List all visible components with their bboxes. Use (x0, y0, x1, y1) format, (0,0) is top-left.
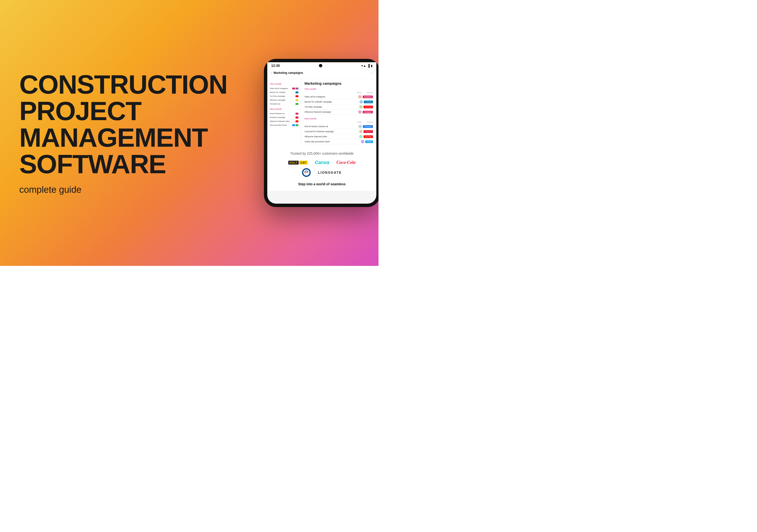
list-item: Pinterest campaign (270, 115, 298, 119)
this-month-campaigns: Video ad for Instagram Instagram Banner … (304, 94, 373, 114)
channel-badge: Instagram (363, 111, 373, 113)
main-title: CONSTRUCTION PROJECT MANAGEMENT SOFTWARE (19, 71, 227, 177)
phone-signal-icons: ▾▲ ▐ ▮ (361, 64, 373, 68)
phone-screen: ‹ Marketing campaigns ··· This month (267, 69, 376, 203)
table-row: Carousel for Pinterest campaign Pinteres… (304, 129, 373, 134)
right-content: 12:30 ▾▲ ▐ ▮ ‹ Marketing campaigns (237, 59, 378, 207)
signal-icon: ▐ (367, 64, 370, 68)
avatar (358, 125, 362, 128)
cocacola-logo: Coca-Cola (337, 160, 355, 165)
more-options-button[interactable]: ··· (370, 71, 373, 75)
list-item: YouTube campaign (270, 94, 298, 98)
subtitle: complete guide (19, 185, 227, 195)
channel-col-header: Channel (367, 92, 373, 93)
list-item: Influencer featured video (270, 119, 298, 123)
holtcat-logo: HOLT CAT (288, 161, 308, 165)
sidebar-next-month-list: End-of-Season ad Pinterest campaign (270, 112, 298, 127)
title-line-4: SOFTWARE (19, 151, 227, 177)
avatar (359, 130, 363, 133)
channel-badge: Facebook (363, 125, 373, 128)
channel-badge: Pinterest (364, 130, 373, 133)
owner-col-header-2: Owner (357, 121, 362, 123)
phone-mockup: 12:30 ▾▲ ▐ ▮ ‹ Marketing campaigns (264, 59, 378, 207)
list-item: Banner for LinkedIn (270, 90, 298, 94)
phone-status-bar: 12:30 ▾▲ ▐ ▮ (267, 62, 376, 69)
table-row: Influencer featured campaign Instagram (304, 110, 373, 114)
battery-icon: ▮ (371, 64, 373, 68)
title-line-1: CONSTRUCTION (19, 71, 227, 98)
sidebar-this-month-label: This month (270, 83, 298, 85)
back-button[interactable]: ‹ (271, 72, 272, 74)
phone-camera (319, 64, 322, 67)
list-item: Facebook ad (270, 102, 298, 106)
avatar (358, 95, 362, 98)
left-content: CONSTRUCTION PROJECT MANAGEMENT SOFTWARE… (19, 71, 237, 195)
table-row: Banner for LinkedIn campaign LinkedIn (304, 99, 373, 105)
app-nav: ‹ Marketing campaigns ··· (271, 71, 373, 75)
lionsgate-logo: LIONSGATE (318, 171, 342, 174)
owner-col-header: Owner (357, 92, 362, 93)
sidebar-next-month-label: Next month (270, 108, 298, 110)
app-content: ‹ Marketing campaigns ··· This month (267, 69, 376, 203)
this-month-label: This month (304, 88, 373, 90)
list-item: Video ad for Instagram (270, 87, 298, 90)
channel-badge: Twitter (365, 141, 373, 143)
table-row: Video ad for Instagram Instagram (304, 94, 373, 99)
list-item: Sale promoted Tweet (270, 123, 298, 127)
avatar (359, 135, 363, 138)
campaigns-layout: This month Video ad for Instagram (267, 79, 376, 147)
wifi-icon: ▾▲ (361, 64, 366, 68)
channel-badge: YouTube (364, 106, 373, 108)
table-header-next: Owner Channel (304, 121, 373, 123)
list-item: End-of-Season ad (270, 112, 298, 115)
table-row: Yearly sale promoted Tweet Twitter (304, 139, 373, 144)
next-month-label: Next month (304, 117, 373, 120)
campaigns-main: Marketing campaigns This month Owner Cha… (301, 79, 376, 147)
table-row: YouTube campaign YouTube (304, 105, 373, 110)
table-header: Owner Channel (304, 92, 373, 93)
table-row: End-of-Season Stories ad Facebook (304, 124, 373, 129)
channel-badge: LinkedIn (364, 101, 373, 103)
svg-text:OXY: OXY (304, 172, 308, 174)
step-into-text: Step into a world of seamless (275, 180, 369, 186)
campaigns-sidebar: This month Video ad for Instagram (267, 79, 301, 147)
channel-badge: YouTube (364, 135, 373, 138)
list-item: Influence campaign (270, 98, 298, 102)
title-line-2: PROJECT (19, 98, 227, 124)
next-month-campaigns: End-of-Season Stories ad Facebook Carous… (304, 124, 373, 144)
logo-row-2: OXY LIONSGATE (275, 168, 369, 177)
title-line-3: MANAGEMENT (19, 124, 227, 151)
avatar (359, 100, 363, 104)
table-row: Influencer featured video YouTube (304, 134, 373, 139)
avatar (361, 140, 364, 143)
phone-time: 12:30 (271, 64, 280, 68)
trusted-title: Trusted by 225,000+ customers worldwide (275, 151, 369, 155)
canva-logo: Canva (315, 160, 329, 165)
avatar (358, 110, 362, 114)
channel-col-header-2: Channel (367, 121, 373, 123)
oxy-logo: OXY (302, 168, 311, 177)
app-nav-title: Marketing campaigns (274, 71, 303, 75)
main-background: CONSTRUCTION PROJECT MANAGEMENT SOFTWARE… (0, 0, 378, 266)
sidebar-this-month-list: Video ad for Instagram Banner for Linked… (270, 87, 298, 106)
trusted-section: Trusted by 225,000+ customers worldwide … (267, 147, 376, 191)
logo-row-1: HOLT CAT Canva Coca-Cola (275, 160, 369, 165)
channel-badge: Instagram (363, 96, 373, 98)
app-header: ‹ Marketing campaigns ··· (267, 69, 376, 79)
avatar (359, 105, 363, 109)
campaigns-main-title: Marketing campaigns (304, 81, 373, 85)
